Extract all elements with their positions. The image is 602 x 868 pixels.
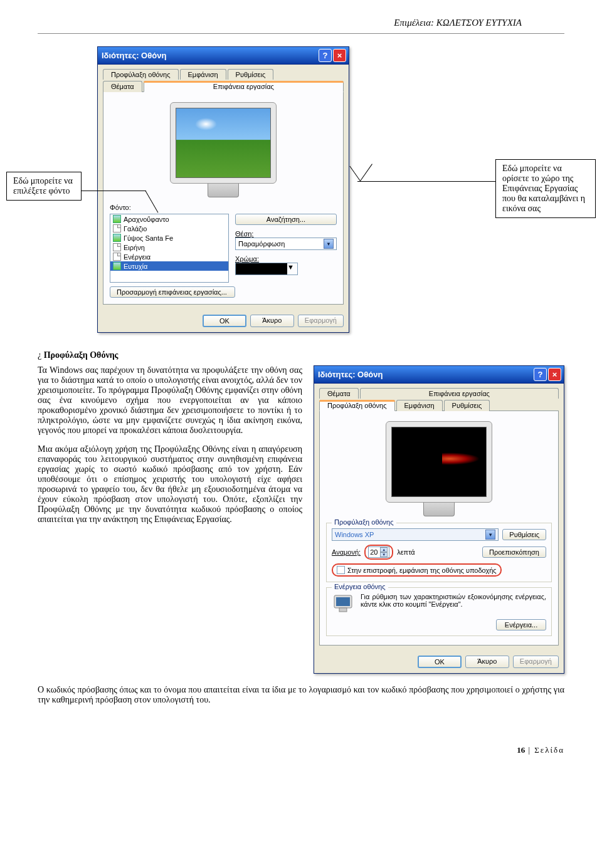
energy-text: Για ρύθμιση των χαρακτηριστικών εξοικονό… — [361, 593, 546, 615]
chevron-down-icon: ▼ — [287, 263, 297, 275]
image-icon — [113, 234, 121, 242]
monitor-energy-icon — [332, 593, 354, 615]
callout-right-line-1 — [357, 181, 497, 182]
section-title: Προφύλαξη Οθόνης — [44, 350, 119, 360]
resume-label: Στην επιστροφή, εμφάνιση της οθόνης υποδ… — [347, 567, 497, 574]
dialog-title: Ιδιότητες: Οθόνη — [318, 370, 532, 379]
dialog-buttons: OK Άκυρο Εφαρμογή — [98, 310, 349, 332]
header-text: Επιμέλεια: ΚΩΛΕΤΣΟΥ ΕΥΤΥΧΙΑ — [394, 18, 522, 28]
close-button[interactable]: × — [333, 49, 346, 62]
position-select[interactable]: Παραμόρφωση ▼ — [235, 238, 337, 250]
group-legend: Ενέργεια οθόνης — [332, 583, 388, 590]
dialog-buttons: OK Άκυρο Εφαρμογή — [314, 651, 564, 673]
help-button[interactable]: ? — [534, 368, 547, 381]
list-item[interactable]: Ενέργεια — [110, 252, 228, 261]
list-item[interactable]: Γαλάζιο — [110, 224, 228, 233]
callout-right-line-2 — [360, 164, 372, 181]
ok-button[interactable]: OK — [203, 315, 246, 327]
wait-unit-label: λεπτά — [397, 548, 415, 556]
paragraph-2: Μια ακόμα αξιόλογη χρήση της Προφύλαξης … — [38, 444, 302, 525]
page-label: Σελίδα — [534, 745, 564, 755]
text-column: Τα Windows σας παρέχουν τη δυνατότητα να… — [38, 365, 302, 525]
screensaver-select[interactable]: Windows XP ▼ — [332, 528, 499, 541]
chevron-down-icon: ▼ — [485, 530, 495, 540]
color-select[interactable]: ▼ — [235, 263, 298, 275]
paragraph-3: Ο κωδικός πρόσβασης όπως και το όνομα πο… — [38, 685, 564, 705]
monitor-preview — [379, 421, 499, 516]
display-properties-dialog-desktop: Ιδιότητες: Οθόνη ? × Προφύλαξη οθόνης Εμ… — [97, 46, 349, 333]
screensaver-preview — [391, 427, 487, 497]
wait-spinner-highlight: 20 ▲▼ — [364, 545, 393, 560]
paragraph-1: Τα Windows σας παρέχουν τη δυνατότητα να… — [38, 365, 302, 436]
tab-settings[interactable]: Ρυθμίσεις — [228, 69, 274, 80]
color-label: Χρώμα: — [235, 255, 259, 263]
list-item[interactable]: Αραχνοΰφαντο — [110, 214, 228, 224]
callout-left: Εδώ μπορείτε να επιλέξετε φόντο — [6, 172, 82, 201]
dialog-title: Ιδιότητες: Οθόνη — [102, 51, 317, 60]
titlebar: Ιδιότητες: Οθόνη ? × — [98, 47, 349, 65]
browse-button[interactable]: Αναζήτηση... — [235, 214, 337, 225]
tab-settings[interactable]: Ρυθμίσεις — [444, 400, 490, 411]
close-button[interactable]: × — [548, 368, 561, 381]
position-label: Θέση: — [235, 230, 253, 238]
resume-checkbox-highlight: Στην επιστροφή, εμφάνιση της οθόνης υποδ… — [332, 563, 502, 577]
tab-body-desktop: Φόντο: Αραχνοΰφαντο Γαλάζιο Γύψος Santa … — [103, 92, 344, 305]
page-footer: 16 | Σελίδα — [0, 739, 602, 774]
energy-button[interactable]: Ενέργεια... — [496, 619, 546, 630]
tab-screensaver[interactable]: Προφύλαξη οθόνης — [103, 69, 179, 80]
tab-appearance[interactable]: Εμφάνιση — [396, 400, 443, 411]
customize-desktop-button[interactable]: Προσαρμογή επιφάνειας εργασίας... — [110, 286, 235, 298]
svg-rect-2 — [339, 608, 347, 612]
tab-themes[interactable]: Θέματα — [319, 388, 359, 399]
page-header: Επιμέλεια: ΚΩΛΕΤΣΟΥ ΕΥΤΥΧΙΑ — [38, 0, 564, 34]
wait-label: Αναμονή: — [332, 548, 361, 556]
tab-strip: Προφύλαξη οθόνης Εμφάνιση Ρυθμίσεις Θέμα… — [98, 65, 349, 92]
ok-button[interactable]: OK — [418, 656, 462, 668]
wait-spinner[interactable]: 20 ▲▼ — [368, 546, 389, 558]
list-item[interactable]: Ειρήνη — [110, 243, 228, 252]
help-button[interactable]: ? — [319, 49, 332, 62]
apply-button[interactable]: Εφαρμογή — [513, 656, 559, 668]
image-icon — [113, 262, 121, 270]
screensaver-settings-button[interactable]: Ρυθμίσεις — [502, 529, 546, 540]
energy-group: Ενέργεια οθόνης Για ρύθμιση των χαρακτηρ… — [326, 587, 552, 636]
desktop-preview-image — [176, 108, 271, 178]
tab-body-screensaver: Προφύλαξη οθόνης Windows XP ▼ Ρυθμίσεις … — [319, 410, 559, 646]
list-item[interactable]: Γύψος Santa Fe — [110, 233, 228, 243]
page-number: 16 — [517, 745, 525, 755]
file-icon — [113, 253, 121, 261]
group-legend: Προφύλαξη οθόνης — [332, 518, 396, 526]
resume-checkbox[interactable] — [337, 566, 345, 574]
main-content: Εδώ μπορείτε να επιλέξετε φόντο Εδώ μπορ… — [0, 46, 602, 739]
monitor-preview — [164, 102, 283, 197]
bullet-icon: ¿ — [38, 350, 41, 360]
callout-left-line — [80, 191, 146, 191]
callout-right-line-3 — [349, 166, 361, 182]
tab-themes[interactable]: Θέματα — [103, 81, 142, 92]
tab-strip: Θέματα Επιφάνεια εργασίας Προφύλαξη οθόν… — [314, 384, 564, 410]
file-icon — [113, 243, 121, 251]
color-swatch — [236, 263, 287, 275]
cancel-button[interactable]: Άκυρο — [250, 315, 294, 327]
cancel-button[interactable]: Άκυρο — [465, 656, 509, 668]
background-label: Φόντο: — [110, 204, 337, 211]
callout-right: Εδώ μπορείτε να ορίσετε το χώρο της Επιφ… — [495, 159, 596, 218]
chevron-down-icon: ▼ — [324, 239, 334, 249]
background-list[interactable]: Αραχνοΰφαντο Γαλάζιο Γύψος Santa Fe Ειρή… — [110, 214, 229, 283]
screensaver-group: Προφύλαξη οθόνης Windows XP ▼ Ρυθμίσεις … — [326, 523, 552, 582]
display-properties-dialog-screensaver: Ιδιότητες: Οθόνη ? × Θέματα Επιφάνεια ερ… — [314, 365, 564, 674]
apply-button[interactable]: Εφαρμογή — [298, 315, 344, 327]
tab-desktop[interactable]: Επιφάνεια εργασίας — [360, 388, 559, 399]
image-icon — [113, 215, 121, 223]
list-item-selected[interactable]: Ευτυχία — [110, 261, 228, 271]
preview-button[interactable]: Προεπισκόπηση — [482, 546, 546, 558]
tab-appearance[interactable]: Εμφάνιση — [180, 69, 226, 80]
file-icon — [113, 224, 121, 233]
tab-screensaver[interactable]: Προφύλαξη οθόνης — [319, 400, 395, 411]
svg-rect-1 — [336, 597, 350, 606]
tab-desktop[interactable]: Επιφάνεια εργασίας — [144, 81, 344, 92]
titlebar: Ιδιότητες: Οθόνη ? × — [314, 366, 564, 384]
